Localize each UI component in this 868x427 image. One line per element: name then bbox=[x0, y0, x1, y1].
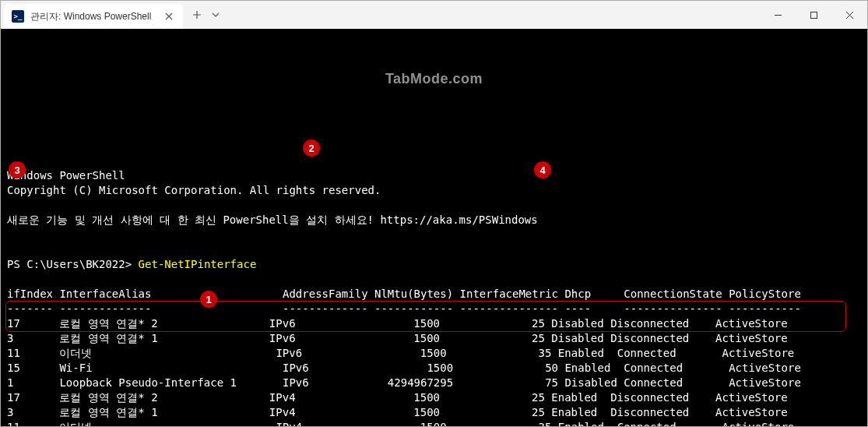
watermark-text: TabMode.com bbox=[385, 72, 483, 86]
annotation-badge-1: 1 bbox=[200, 291, 217, 308]
window-controls bbox=[760, 1, 867, 29]
annotation-badge-3: 3 bbox=[9, 161, 26, 178]
tab-dropdown-button[interactable] bbox=[208, 4, 223, 26]
tab-title: 관리자: Windows PowerShell bbox=[30, 10, 156, 23]
terminal-viewport[interactable]: TabMode.com 2 3 4 1 Windows PowerShell C… bbox=[1, 29, 867, 426]
maximize-button[interactable] bbox=[796, 1, 831, 29]
app-window: >_ 관리자: Windows PowerShell TabMode.com bbox=[0, 0, 868, 427]
close-tab-button[interactable] bbox=[163, 10, 175, 23]
new-tab-button[interactable] bbox=[186, 4, 208, 26]
powershell-icon: >_ bbox=[12, 10, 24, 23]
tab-powershell[interactable]: >_ 관리자: Windows PowerShell bbox=[4, 4, 183, 29]
close-window-button[interactable] bbox=[831, 1, 867, 29]
svg-rect-0 bbox=[810, 12, 817, 18]
title-bar: >_ 관리자: Windows PowerShell bbox=[1, 1, 867, 29]
annotation-badge-4: 4 bbox=[534, 161, 551, 178]
terminal-output: Windows PowerShell Copyright (C) Microso… bbox=[7, 168, 861, 426]
minimize-button[interactable] bbox=[760, 1, 796, 29]
annotation-badge-2: 2 bbox=[303, 139, 320, 157]
